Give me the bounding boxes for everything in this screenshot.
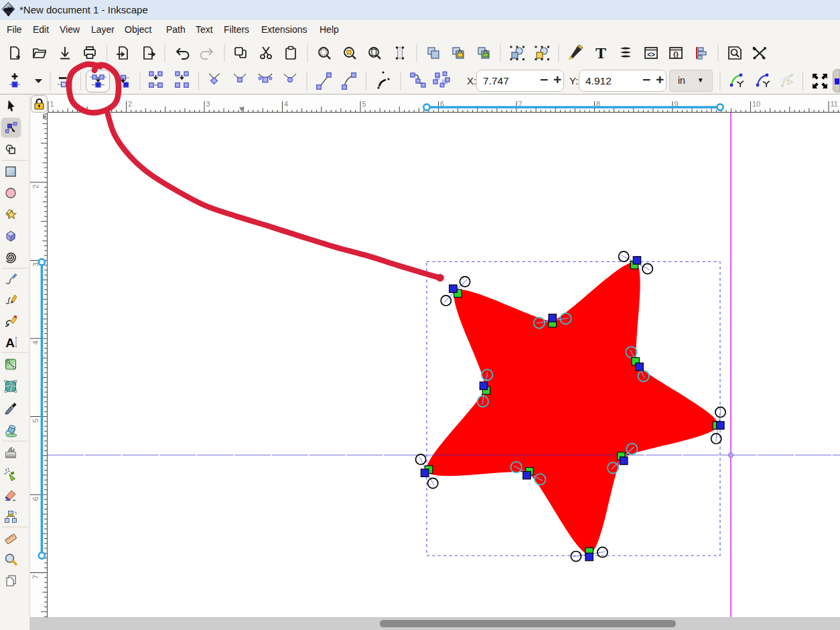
svg-text:6: 6 — [31, 497, 40, 501]
svg-text:2: 2 — [31, 184, 40, 188]
svg-text:10: 10 — [752, 100, 760, 108]
svg-text:7: 7 — [31, 575, 40, 579]
svg-text:3: 3 — [206, 100, 210, 108]
svg-text:5: 5 — [362, 100, 366, 108]
svg-text:5: 5 — [31, 419, 40, 423]
svg-text:1: 1 — [50, 100, 54, 108]
svg-text:4: 4 — [284, 100, 288, 108]
svg-text:2: 2 — [128, 100, 132, 108]
svg-text:11: 11 — [831, 100, 838, 108]
svg-text:4: 4 — [31, 340, 40, 344]
